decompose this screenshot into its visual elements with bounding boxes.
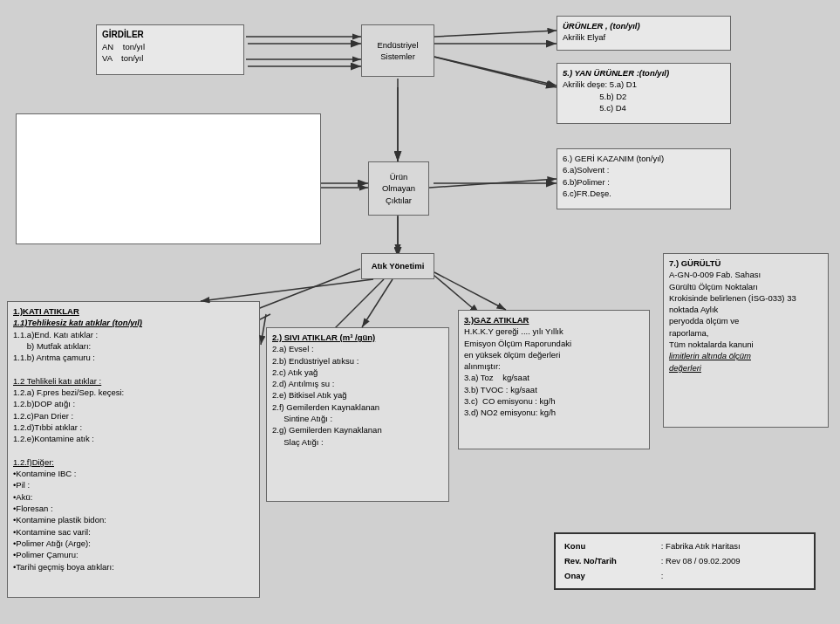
svg-line-11 — [434, 275, 480, 314]
yan-urunler-label: 5.) YAN ÜRÜNLER :(ton/yıl) Akrilik deşe:… — [563, 68, 669, 113]
konu-value: : Fabrika Atık Haritası — [661, 539, 805, 552]
rev-value: : Rev 08 / 09.02.2009 — [661, 554, 805, 567]
svg-line-19 — [429, 179, 557, 188]
urunler-label: ÜRÜNLER , (ton/yıl) Akrilik Elyaf — [563, 21, 640, 42]
diagram-container: GİRDİLER AN ton/yıl VA ton/yıl Endüstriy… — [0, 0, 840, 624]
geri-kazanim-label: 6.) GERİ KAZANIM (ton/yıl) 6.a)Solvent :… — [563, 154, 664, 198]
svg-line-9 — [244, 269, 360, 314]
onay-value: : — [661, 569, 805, 582]
white-box — [16, 113, 321, 244]
info-box: Konu : Fabrika Atık Haritası Rev. No/Tar… — [554, 532, 816, 590]
gaz-atiklar-label: 3.)GAZ ATIKLAR H.K.K.Y gereği .... yılı … — [464, 315, 571, 417]
girdiler-an: AN ton/yıl — [102, 42, 145, 51]
girdiler-box: GİRDİLER AN ton/yıl VA ton/yıl — [96, 24, 244, 75]
svg-line-16 — [434, 31, 557, 37]
kati-atiklar-box: 1.)KATI ATIKLAR 1.1)Tehlikesiz katı atık… — [7, 301, 260, 598]
geri-kazanim-box: 6.) GERİ KAZANIM (ton/yıl) 6.a)Solvent :… — [557, 148, 731, 209]
urunler-box: ÜRÜNLER , (ton/yıl) Akrilik Elyaf — [557, 16, 731, 51]
konu-label: Konu — [564, 539, 659, 552]
svg-line-4 — [434, 57, 557, 87]
svg-line-17 — [434, 57, 557, 86]
kati-atiklar-label: 1.)KATI ATIKLAR 1.1)Tehlikesiz katı atık… — [13, 306, 142, 572]
endustriyel-box: EndüstriyelSistemler — [361, 24, 434, 77]
gaz-atiklar-box: 3.)GAZ ATIKLAR H.K.K.Y gereği .... yılı … — [458, 310, 650, 449]
girdiler-va: VA ton/yıl — [102, 53, 143, 63]
sivi-atiklar-box: 2.) SIVI ATIKLAR (m³ /gün) 2.a) Evsel : … — [266, 327, 449, 502]
urun-olmayan-box: ÜrünOlmayanÇıktılar — [368, 161, 429, 216]
atik-yonetimi-label: Atık Yönetimi — [372, 260, 425, 271]
gurultu-box: 7.) GÜRÜLTÜ A-GN-0-009 Fab. Sahası Gürül… — [663, 253, 829, 428]
gurultu-label: 7.) GÜRÜLTÜ A-GN-0-009 Fab. Sahası Gürül… — [669, 258, 796, 373]
yan-urunler-box: 5.) YAN ÜRÜNLER :(ton/yıl) Akrilik deşe:… — [557, 63, 731, 124]
svg-line-24 — [434, 272, 506, 310]
urun-olmayan-label: ÜrünOlmayanÇıktılar — [382, 171, 415, 206]
rev-label: Rev. No/Tarih — [564, 554, 659, 567]
onay-label: Onay — [564, 569, 659, 582]
svg-line-22 — [201, 279, 373, 301]
girdiler-title: GİRDİLER — [102, 30, 144, 39]
svg-line-23 — [362, 279, 393, 327]
endustriyel-label: EndüstriyelSistemler — [378, 39, 419, 63]
atik-yonetimi-box: Atık Yönetimi — [361, 253, 434, 279]
sivi-atiklar-label: 2.) SIVI ATIKLAR (m³ /gün) 2.a) Evsel : … — [272, 333, 382, 447]
